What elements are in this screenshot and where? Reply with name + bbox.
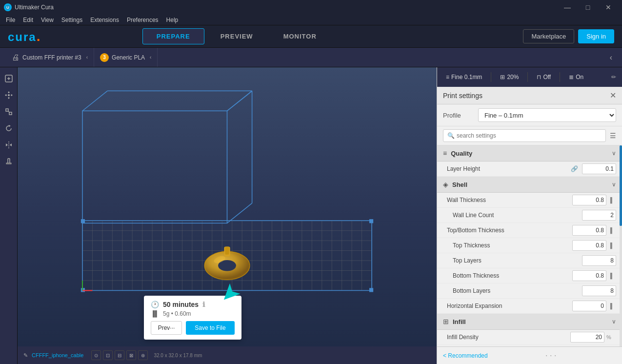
menu-preferences[interactable]: Preferences bbox=[123, 16, 162, 24]
material-spool-icon: ▐▌ bbox=[151, 310, 159, 317]
material-selector[interactable]: 3 Generic PLA ‹ bbox=[94, 48, 158, 67]
menu-file[interactable]: File bbox=[2, 16, 19, 24]
svg-rect-15 bbox=[9, 112, 12, 115]
svg-text:U: U bbox=[6, 5, 9, 10]
tab-monitor[interactable]: MONITOR bbox=[269, 28, 331, 44]
link-icon: 🔗 bbox=[571, 165, 578, 172]
section-infill[interactable]: ⊞ Infill ∨ bbox=[437, 314, 622, 330]
close-button[interactable]: ✕ bbox=[599, 0, 618, 15]
search-input[interactable] bbox=[457, 132, 602, 139]
bottom-thickness-wrapper: ▐ bbox=[572, 270, 616, 281]
tab-preview[interactable]: PREVIEW bbox=[206, 28, 267, 44]
tool-mirror[interactable] bbox=[1, 138, 16, 152]
horizontal-expansion-unit: ▐ bbox=[608, 303, 616, 309]
menu-view[interactable]: View bbox=[37, 16, 58, 24]
wall-line-count-row: Wall Line Count bbox=[437, 208, 622, 223]
top-bottom-thickness-input[interactable] bbox=[572, 225, 606, 236]
quality-title: Quality bbox=[451, 150, 608, 157]
preview-button[interactable]: Prev··· bbox=[151, 321, 182, 335]
adhesion-topbar-icon: ≣ bbox=[569, 74, 574, 81]
settings-title: Print settings bbox=[443, 92, 610, 100]
top-layers-input[interactable] bbox=[582, 255, 616, 266]
menu-settings[interactable]: Settings bbox=[58, 16, 86, 24]
titlebar: U Ultimaker Cura — □ ✕ bbox=[0, 0, 622, 15]
svg-rect-76 bbox=[82, 111, 227, 223]
top-thickness-label: Top Thickness bbox=[447, 242, 572, 249]
bottom-layers-input[interactable] bbox=[582, 285, 616, 296]
horizontal-expansion-input[interactable] bbox=[572, 301, 606, 311]
collapse-button[interactable]: ‹ bbox=[606, 51, 616, 64]
save-to-file-button[interactable]: Save to File bbox=[186, 321, 235, 335]
search-wrapper[interactable]: 🔍 bbox=[443, 129, 606, 142]
svg-marker-17 bbox=[9, 125, 11, 127]
estimate-material-value: 5g • 0.60m bbox=[163, 310, 191, 317]
infill-density-input[interactable] bbox=[570, 332, 604, 343]
printer-name: Custom FFF printer #3 bbox=[22, 54, 81, 61]
svg-rect-74 bbox=[225, 246, 229, 254]
titlebar-left: U Ultimaker Cura bbox=[4, 3, 54, 11]
left-toolbar bbox=[0, 67, 18, 364]
settings-close-button[interactable]: ✕ bbox=[610, 91, 616, 100]
layer-height-label: Layer Height bbox=[447, 165, 571, 172]
svg-line-77 bbox=[82, 91, 107, 111]
material-chevron: ‹ bbox=[150, 55, 151, 60]
printer-selector[interactable]: 🖨 Custom FFF printer #3 ‹ bbox=[6, 48, 94, 67]
support-topbar-item[interactable]: ⊓ Off bbox=[534, 73, 554, 81]
wall-thickness-unit: ▐ bbox=[608, 197, 616, 203]
svg-line-81 bbox=[227, 203, 252, 223]
minimize-button[interactable]: — bbox=[558, 0, 577, 15]
section-shell[interactable]: ◈ Shell ∨ bbox=[437, 177, 622, 193]
estimate-time-value: 50 minutes bbox=[163, 301, 199, 308]
menu-extensions[interactable]: Extensions bbox=[86, 16, 123, 24]
horizontal-expansion-row: Horizontal Expansion ▐ bbox=[437, 299, 622, 314]
layer-height-input[interactable] bbox=[582, 163, 616, 174]
svg-point-5 bbox=[8, 94, 10, 96]
top-thickness-input[interactable] bbox=[572, 240, 606, 251]
wall-thickness-input[interactable] bbox=[572, 195, 606, 205]
tool-move[interactable] bbox=[1, 88, 16, 102]
settings-scroll-area[interactable]: ≡ Quality ∨ Layer Height 🔗 ◈ Shell ∨ Wal… bbox=[437, 145, 622, 346]
profile-topbar-label: Fine 0.1mm bbox=[451, 74, 482, 81]
viewport[interactable]: ✎ CFFFF_iphone_cable ⊙ ⊡ ⊟ ⊠ ⊛ 32.0 x 32… bbox=[18, 67, 437, 364]
bottom-thickness-input[interactable] bbox=[572, 270, 606, 281]
status-action-5[interactable]: ⊛ bbox=[138, 350, 148, 360]
info-icon[interactable]: ℹ bbox=[202, 301, 205, 308]
profile-select[interactable]: Fine – 0.1mm bbox=[478, 108, 616, 122]
scrollbar-thumb[interactable] bbox=[620, 145, 622, 226]
marketplace-button[interactable]: Marketplace bbox=[523, 29, 574, 43]
horizontal-expansion-wrapper: ▐ bbox=[572, 301, 616, 311]
menu-edit[interactable]: Edit bbox=[19, 16, 37, 24]
section-quality[interactable]: ≡ Quality ∨ bbox=[437, 145, 622, 162]
tool-scale[interactable] bbox=[1, 104, 16, 119]
filename: CFFFF_iphone_cable bbox=[32, 352, 83, 358]
scrollbar-track[interactable] bbox=[620, 145, 622, 346]
maximize-button[interactable]: □ bbox=[578, 0, 598, 15]
signin-button[interactable]: Sign in bbox=[578, 29, 614, 43]
svg-marker-7 bbox=[8, 91, 10, 93]
shell-title: Shell bbox=[452, 181, 608, 188]
profile-topbar-item[interactable]: ≡ Fine 0.1mm bbox=[443, 73, 485, 81]
recommended-button[interactable]: < Recommended bbox=[443, 352, 488, 359]
status-action-4[interactable]: ⊠ bbox=[126, 350, 136, 360]
shell-icon: ◈ bbox=[443, 181, 448, 188]
bottom-layers-row: Bottom Layers bbox=[437, 283, 622, 299]
wall-line-count-input[interactable] bbox=[582, 210, 616, 221]
status-action-2[interactable]: ⊡ bbox=[103, 350, 113, 360]
wall-thickness-wrapper: ▐ bbox=[572, 195, 616, 205]
file-icon: ✎ bbox=[23, 352, 28, 359]
tool-support[interactable] bbox=[1, 154, 16, 169]
menu-help[interactable]: Help bbox=[162, 16, 182, 24]
settings-menu-icon[interactable]: ☰ bbox=[610, 132, 616, 140]
bottom-thickness-unit: ▐ bbox=[608, 273, 616, 279]
edit-icon[interactable]: ✏ bbox=[611, 74, 616, 81]
status-action-3[interactable]: ⊟ bbox=[115, 350, 124, 360]
infill-density-unit: % bbox=[606, 334, 616, 340]
tab-prepare[interactable]: PREPARE bbox=[142, 28, 204, 44]
status-action-1[interactable]: ⊙ bbox=[91, 350, 101, 360]
infill-topbar-icon: ⊞ bbox=[500, 74, 505, 81]
infill-topbar-item[interactable]: ⊞ 20% bbox=[497, 73, 522, 81]
menubar: File Edit View Settings Extensions Prefe… bbox=[0, 15, 622, 25]
tool-select[interactable] bbox=[1, 71, 16, 86]
adhesion-topbar-item[interactable]: ≣ On bbox=[566, 73, 586, 81]
tool-rotate[interactable] bbox=[1, 121, 16, 136]
